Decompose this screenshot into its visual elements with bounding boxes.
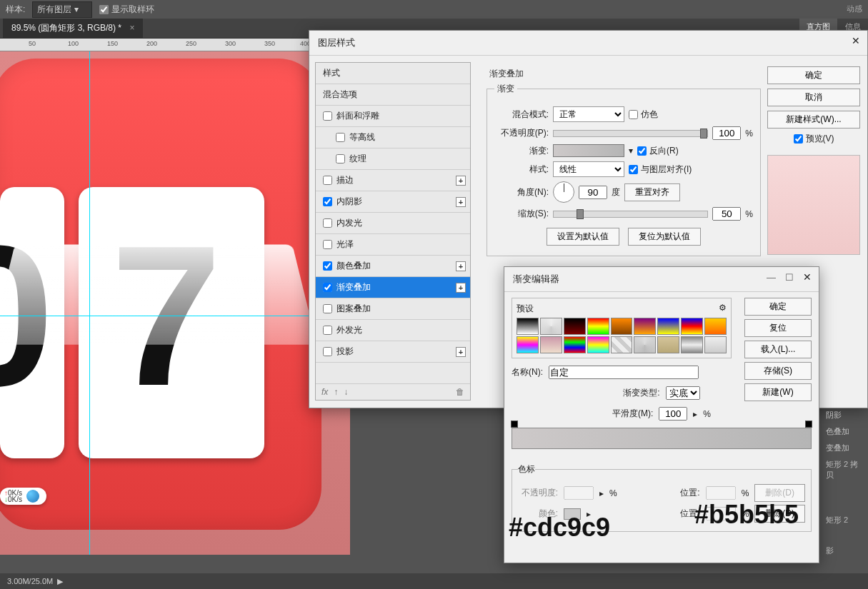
style-checkbox[interactable] xyxy=(323,240,332,249)
styles-header[interactable]: 样式 xyxy=(316,63,470,84)
show-sample-ring-checkbox[interactable]: 显示取样环 xyxy=(99,4,154,16)
close-icon[interactable]: ✕ xyxy=(852,35,860,46)
ge-save-button[interactable]: 存储(S) xyxy=(744,362,812,380)
preset-swatch-10[interactable] xyxy=(540,336,562,353)
gradient-editor-titlebar[interactable]: 渐变编辑器 — ☐ ✕ xyxy=(504,267,819,292)
cancel-button[interactable]: 取消 xyxy=(767,89,860,106)
trash-icon[interactable]: 🗑 xyxy=(456,387,464,397)
plus-icon[interactable]: + xyxy=(456,261,466,271)
preset-swatch-6[interactable] xyxy=(657,318,679,335)
style-row-6[interactable]: 光泽 xyxy=(316,234,470,256)
style-checkbox[interactable] xyxy=(323,326,332,335)
preset-swatch-8[interactable] xyxy=(704,318,727,335)
preset-swatch-14[interactable] xyxy=(634,336,656,353)
guide-horizontal[interactable] xyxy=(0,316,350,316)
preset-swatch-3[interactable] xyxy=(587,318,609,335)
reverse-checkbox[interactable]: 反向(R) xyxy=(637,145,679,157)
plus-icon[interactable]: + xyxy=(456,283,466,293)
style-checkbox[interactable] xyxy=(336,133,345,142)
style-checkbox[interactable] xyxy=(323,218,332,228)
document-tab[interactable]: 89.5% (圆角矩形 3, RGB/8) * × xyxy=(3,19,143,38)
arrow-up-icon[interactable]: ↑ xyxy=(334,387,338,397)
style-row-1[interactable]: 等高线 xyxy=(316,127,470,148)
gradient-preview[interactable] xyxy=(553,144,624,157)
gear-icon[interactable]: ⚙ xyxy=(719,303,727,315)
style-checkbox[interactable] xyxy=(336,154,345,163)
preset-swatch-1[interactable] xyxy=(540,318,562,335)
plus-icon[interactable]: + xyxy=(456,197,466,207)
blend-mode-select[interactable]: 正常 xyxy=(553,106,624,122)
plus-icon[interactable]: + xyxy=(456,347,466,357)
arrow-down-icon[interactable]: ↓ xyxy=(344,387,348,397)
gradient-name-input[interactable] xyxy=(549,366,699,379)
ge-load-button[interactable]: 载入(L)... xyxy=(744,341,812,358)
style-checkbox[interactable] xyxy=(323,283,332,292)
preset-swatch-15[interactable] xyxy=(657,336,679,353)
preset-swatch-16[interactable] xyxy=(681,336,703,353)
sample-dropdown[interactable]: 所有图层 ▾ xyxy=(32,1,91,18)
ge-new-button[interactable]: 新建(W) xyxy=(744,383,812,401)
opacity-stop-left[interactable] xyxy=(511,421,518,428)
style-checkbox[interactable] xyxy=(323,261,332,271)
preset-swatch-13[interactable] xyxy=(611,336,633,353)
opacity-input[interactable] xyxy=(712,126,741,140)
style-row-10[interactable]: 外发光 xyxy=(316,320,470,341)
preset-swatch-2[interactable] xyxy=(564,318,586,335)
opacity-stop-right[interactable] xyxy=(805,421,812,428)
style-row-0[interactable]: 斜面和浮雕 xyxy=(316,106,470,127)
stop-position-input[interactable] xyxy=(706,486,736,500)
new-style-button[interactable]: 新建样式(W)... xyxy=(767,111,860,129)
blend-options-row[interactable]: 混合选项 xyxy=(316,84,470,106)
style-row-11[interactable]: 投影+ xyxy=(316,341,470,363)
gradient-style-select[interactable]: 线性 xyxy=(553,161,624,177)
style-checkbox[interactable] xyxy=(323,176,332,185)
gradient-type-select[interactable]: 实底 xyxy=(666,386,700,400)
align-layer-checkbox[interactable]: 与图层对齐(I) xyxy=(629,163,692,176)
gradient-bar[interactable] xyxy=(512,428,812,449)
style-checkbox[interactable] xyxy=(323,347,332,356)
style-checkbox[interactable] xyxy=(323,304,332,313)
angle-dial[interactable] xyxy=(553,181,574,203)
make-default-button[interactable]: 设置为默认值 xyxy=(547,228,619,246)
guide-vertical[interactable] xyxy=(89,51,90,555)
preset-swatch-5[interactable] xyxy=(634,318,656,335)
show-sample-ring-input[interactable] xyxy=(99,5,109,14)
layers-panel-fragment: 阴影 色叠加 变叠加 矩形 2 拷贝 矩形 2 影 xyxy=(822,407,868,559)
maximize-icon[interactable]: ☐ xyxy=(785,272,794,283)
scale-slider[interactable] xyxy=(553,211,708,218)
style-row-5[interactable]: 内发光 xyxy=(316,213,470,234)
preset-swatch-12[interactable] xyxy=(587,336,609,353)
style-row-8[interactable]: 渐变叠加+ xyxy=(316,277,470,298)
preset-swatch-7[interactable] xyxy=(681,318,703,335)
preset-swatch-9[interactable] xyxy=(517,336,539,353)
preview-checkbox[interactable]: 预览(V) xyxy=(767,133,860,145)
minimize-icon[interactable]: — xyxy=(767,272,776,283)
plus-icon[interactable]: + xyxy=(456,176,466,186)
style-checkbox[interactable] xyxy=(323,111,332,121)
reset-default-button[interactable]: 复位为默认值 xyxy=(628,228,701,246)
ge-ok-button[interactable]: 确定 xyxy=(744,298,812,316)
preset-swatch-11[interactable] xyxy=(564,336,586,353)
style-row-3[interactable]: 描边+ xyxy=(316,170,470,191)
preset-swatch-17[interactable] xyxy=(704,336,727,353)
scale-input[interactable] xyxy=(712,207,741,221)
style-checkbox[interactable] xyxy=(323,197,332,206)
style-row-2[interactable]: 纹理 xyxy=(316,148,470,170)
dialog-title-bar[interactable]: 图层样式 ✕ xyxy=(309,31,867,56)
close-icon[interactable]: ✕ xyxy=(803,271,812,283)
ge-reset-button[interactable]: 复位 xyxy=(744,319,812,337)
angle-input[interactable] xyxy=(579,186,607,199)
ok-button[interactable]: 确定 xyxy=(767,66,860,84)
style-row-9[interactable]: 图案叠加 xyxy=(316,298,470,320)
style-row-7[interactable]: 颜色叠加+ xyxy=(316,256,470,277)
close-tab-icon[interactable]: × xyxy=(129,23,134,33)
preset-swatch-4[interactable] xyxy=(611,318,633,335)
dither-checkbox[interactable]: 仿色 xyxy=(629,109,658,121)
stop-opacity-input[interactable] xyxy=(564,486,594,500)
fx-icon[interactable]: fx xyxy=(321,387,328,397)
reset-align-button[interactable]: 重置对齐 xyxy=(624,183,680,201)
style-row-4[interactable]: 内阴影+ xyxy=(316,191,470,213)
preset-swatch-0[interactable] xyxy=(517,318,539,335)
smoothness-input[interactable] xyxy=(659,407,687,421)
opacity-slider[interactable] xyxy=(553,130,708,137)
